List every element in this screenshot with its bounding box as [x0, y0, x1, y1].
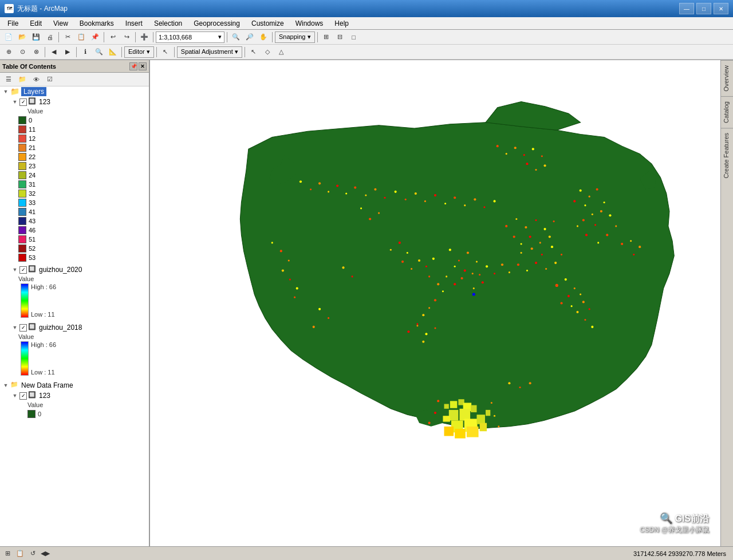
- grid-btn2[interactable]: ⊟: [334, 31, 346, 44]
- open-button[interactable]: 📂: [16, 31, 29, 44]
- redo-button[interactable]: ↪: [120, 31, 133, 44]
- toc-pin-button[interactable]: 📌: [129, 62, 137, 70]
- paste-button[interactable]: 📌: [89, 31, 101, 44]
- print-button[interactable]: 🖨: [44, 31, 56, 44]
- guizhou-2020-item[interactable]: ▼ 🔲 guizhou_2020: [9, 265, 149, 275]
- guizhou-2018-expand[interactable]: ▼: [10, 323, 19, 332]
- svg-point-38: [574, 287, 576, 289]
- svg-point-16: [577, 225, 578, 227]
- status-extent-btn[interactable]: ⊞: [2, 549, 13, 559]
- svg-point-141: [299, 180, 302, 183]
- spatial-adj-tool3[interactable]: △: [275, 46, 287, 58]
- identify-btn[interactable]: ℹ: [79, 46, 92, 58]
- menu-selection[interactable]: Selection: [149, 18, 187, 29]
- new-data-frame-item[interactable]: ▼ 📁 New Data Frame: [0, 380, 149, 391]
- zoom-full[interactable]: ⊕: [2, 46, 15, 58]
- title-bar-controls[interactable]: — □ ✕: [679, 3, 728, 14]
- maximize-button[interactable]: □: [696, 3, 711, 14]
- svg-rect-54: [444, 404, 449, 409]
- map-svg: [150, 60, 720, 546]
- guizhou-2018-low: Low : 11: [31, 369, 56, 376]
- guizhou-2020-expand[interactable]: ▼: [10, 265, 19, 274]
- layer-123-checkbox[interactable]: [19, 98, 27, 106]
- map-area[interactable]: 🔍 GIS前沿 CSDN @养戈里小豚鼠: [150, 60, 720, 546]
- sep13: [245, 47, 245, 57]
- zoom-out-button[interactable]: 🔎: [243, 31, 256, 44]
- menu-insert[interactable]: Insert: [120, 18, 148, 29]
- svg-point-89: [328, 317, 329, 319]
- minimize-button[interactable]: —: [679, 3, 694, 14]
- ndf-123-checkbox[interactable]: [19, 392, 27, 400]
- layer-123-expand[interactable]: ▼: [10, 97, 19, 107]
- svg-point-113: [296, 287, 298, 290]
- spatial-adj-button[interactable]: Spatial Adjustment ▾: [177, 46, 242, 58]
- find-btn[interactable]: 🔍: [93, 46, 105, 58]
- measure-btn[interactable]: 📐: [107, 46, 119, 58]
- tab-create-features[interactable]: Create Features: [721, 128, 733, 183]
- undo-button[interactable]: ↩: [107, 31, 119, 44]
- menu-geoprocessing[interactable]: Geoprocessing: [188, 18, 245, 29]
- zoom-selected[interactable]: ⊙: [16, 46, 29, 58]
- status-layout-btn[interactable]: 📋: [15, 549, 25, 559]
- fwd-btn[interactable]: ▶: [61, 46, 74, 58]
- svg-point-53: [472, 293, 475, 295]
- grid-btn3[interactable]: □: [348, 31, 360, 44]
- toc-close-button[interactable]: ✕: [139, 62, 147, 70]
- svg-point-8: [592, 214, 593, 215]
- scale-dropdown[interactable]: ▾: [218, 33, 222, 41]
- zoom-in-button[interactable]: 🔍: [230, 31, 242, 44]
- svg-point-87: [351, 275, 353, 277]
- back-btn[interactable]: ◀: [48, 46, 60, 58]
- snapping-button[interactable]: Snapping ▾: [275, 31, 315, 43]
- tab-catalog[interactable]: Catalog: [721, 96, 733, 128]
- menu-bookmarks[interactable]: Bookmarks: [74, 18, 119, 29]
- layers-expand[interactable]: ▼: [1, 87, 10, 96]
- menu-help[interactable]: Help: [329, 18, 354, 29]
- copy-button[interactable]: 📋: [75, 31, 88, 44]
- toc-source-btn[interactable]: 📁: [16, 73, 29, 86]
- guizhou-2020-checkbox[interactable]: [19, 266, 27, 274]
- edit-tool[interactable]: ↖: [159, 46, 172, 58]
- sep9: [76, 47, 77, 57]
- guizhou-2018-checkbox[interactable]: [19, 324, 27, 332]
- legend-color: [18, 135, 26, 143]
- guizhou-2018-item[interactable]: ▼ 🔲 guizhou_2018: [9, 322, 149, 333]
- toc-scroll[interactable]: ▼ 📁 Layers ▼ 🔲 123 Value: [0, 86, 149, 546]
- toc-visibility-btn[interactable]: 👁: [30, 73, 42, 86]
- add-data-button[interactable]: ➕: [138, 31, 151, 44]
- guizhou-2020-labels: High : 66 Low : 11: [31, 283, 56, 318]
- title-bar: 🗺 无标题 - ArcMap — □ ✕: [0, 0, 733, 17]
- ndf-123-expand[interactable]: ▼: [10, 391, 19, 400]
- svg-point-45: [576, 311, 578, 313]
- menu-customize[interactable]: Customize: [246, 18, 289, 29]
- spatial-adj-cursor[interactable]: ↖: [247, 46, 260, 58]
- toc-content[interactable]: ▼ 📁 Layers ▼ 🔲 123 Value: [0, 86, 149, 546]
- grid-btn[interactable]: ⊞: [320, 31, 333, 44]
- status-refresh-btn[interactable]: ↺: [27, 549, 38, 559]
- toc-selection-btn[interactable]: ☑: [44, 73, 56, 86]
- menu-windows[interactable]: Windows: [290, 18, 329, 29]
- layer-123-item[interactable]: ▼ 🔲 123: [9, 97, 149, 107]
- new-data-frame-expand[interactable]: ▼: [1, 381, 10, 390]
- legend-color: [18, 226, 26, 234]
- guizhou-2018-value-label: Value: [18, 333, 34, 340]
- save-button[interactable]: 💾: [30, 31, 42, 44]
- new-button[interactable]: 📄: [2, 31, 15, 44]
- menu-edit[interactable]: Edit: [25, 18, 47, 29]
- zoom-layer[interactable]: ⊗: [30, 46, 42, 58]
- menu-file[interactable]: File: [2, 18, 23, 29]
- svg-point-91: [390, 249, 392, 251]
- toc-list-btn[interactable]: ☰: [2, 73, 15, 86]
- editor-button[interactable]: Editor ▾: [124, 46, 154, 58]
- layers-group-item[interactable]: ▼ 📁 Layers: [0, 86, 149, 97]
- pan-button[interactable]: ✋: [257, 31, 270, 44]
- cut-button[interactable]: ✂: [61, 31, 74, 44]
- tab-overview[interactable]: Overview: [721, 60, 733, 96]
- close-button[interactable]: ✕: [714, 3, 728, 14]
- spatial-adj-tool2[interactable]: ◇: [261, 46, 274, 58]
- ndf-123-item[interactable]: ▼ 🔲 123: [9, 391, 149, 401]
- status-pause-btn[interactable]: ◀▶: [40, 549, 50, 559]
- svg-point-88: [318, 308, 321, 310]
- scale-input[interactable]: 1:3,103,668 ▾: [156, 31, 224, 43]
- menu-view[interactable]: View: [48, 18, 73, 29]
